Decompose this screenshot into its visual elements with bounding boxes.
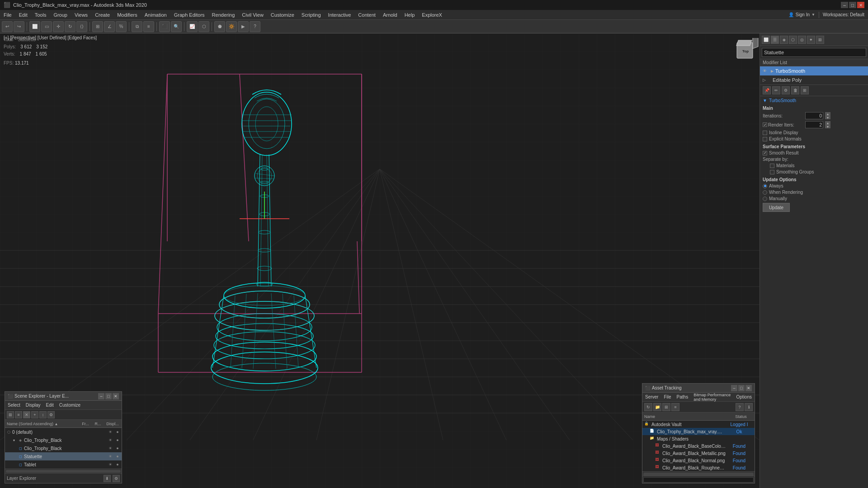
menu-customize[interactable]: Customize xyxy=(267,10,298,19)
title-bar-controls[interactable]: – □ ✕ xyxy=(841,2,864,8)
menu-content[interactable]: Content xyxy=(354,10,379,19)
at-row-basecolor[interactable]: 🖼 Clio_Award_Black_BaseColor.png Found xyxy=(642,442,755,450)
align-button[interactable]: ≡ xyxy=(143,21,154,32)
menu-animation[interactable]: Animation xyxy=(141,10,170,19)
panel-icon-7[interactable]: ⊞ xyxy=(816,36,824,44)
menu-group[interactable]: Group xyxy=(50,10,71,19)
se-row-default[interactable]: ⬡ 0 (default) ☀ ● xyxy=(5,428,122,436)
render-button[interactable]: ▶ xyxy=(238,21,249,32)
menu-modifiers[interactable]: Modifiers xyxy=(113,10,141,19)
panel-icon-1[interactable]: ⬜ xyxy=(762,36,770,44)
menu-scripting[interactable]: Scripting xyxy=(298,10,325,19)
menu-graph-editors[interactable]: Graph Editors xyxy=(170,10,208,19)
render-iters-down[interactable]: ▼ xyxy=(825,125,830,128)
manually-radio[interactable] xyxy=(763,197,767,201)
signin-label[interactable]: Sign In xyxy=(796,12,810,17)
move-button[interactable]: ✛ xyxy=(53,21,64,32)
close-button[interactable]: ✕ xyxy=(857,2,864,8)
material-editor-button[interactable]: ⬟ xyxy=(214,21,225,32)
modifier-editable-poly[interactable]: ▷ Editable Poly xyxy=(760,75,868,84)
isoline-checkbox[interactable] xyxy=(763,131,767,135)
smoothing-groups-checkbox[interactable] xyxy=(770,170,774,174)
se-scrollbar[interactable] xyxy=(5,469,122,473)
help-button[interactable]: ? xyxy=(250,21,260,32)
panel-icon-4[interactable]: ⬡ xyxy=(789,36,797,44)
iterations-down[interactable]: ▼ xyxy=(825,116,830,119)
se-sort-btn[interactable]: ↕ xyxy=(39,411,47,418)
at-row-roughness[interactable]: 🖼 Clio_Award_Black_Roughness.png Found xyxy=(642,464,755,471)
select-region-button[interactable]: ▭ xyxy=(41,21,52,32)
when-rendering-radio[interactable] xyxy=(763,190,767,195)
at-row-normal[interactable]: 🖼 Clio_Award_Black_Normal.png Found xyxy=(642,457,755,464)
se-close-btn[interactable]: ✕ xyxy=(113,393,119,399)
at-menu-bitmap[interactable]: Bitmap Performance and Memory xyxy=(691,392,733,403)
angle-snap-button[interactable]: ∠ xyxy=(104,21,115,32)
se-options-btn[interactable]: ⚙ xyxy=(47,411,55,418)
at-row-maxfile[interactable]: 📄 Clio_Trophy_Black_max_vray.max Ok xyxy=(642,428,755,435)
menu-tools[interactable]: Tools xyxy=(31,10,50,19)
iterations-up[interactable]: ▲ xyxy=(825,112,830,116)
snap-button[interactable]: ⊞ xyxy=(92,21,103,32)
at-maximize-btn[interactable]: □ xyxy=(738,385,745,391)
maximize-button[interactable]: □ xyxy=(849,2,856,8)
smooth-result-checkbox[interactable] xyxy=(763,151,767,155)
explicit-normals-checkbox[interactable] xyxy=(763,137,767,141)
object-name-input[interactable]: Statuette xyxy=(762,48,866,57)
curve-editor-button[interactable]: 📈 xyxy=(187,21,198,32)
panel-icon-2[interactable]: ☰ xyxy=(771,36,779,44)
at-row-vault[interactable]: 🔒 Autodesk Vault Logged I xyxy=(642,421,755,428)
menu-interactive[interactable]: Interactive xyxy=(325,10,355,19)
menu-help[interactable]: Help xyxy=(401,10,419,19)
always-radio[interactable] xyxy=(763,184,767,188)
se-filter-btn[interactable]: ⊞ xyxy=(7,411,14,418)
at-row-maps[interactable]: 📁 Maps / Shaders xyxy=(642,435,755,442)
turbosmooth-collapse-arrow[interactable]: ▼ xyxy=(763,98,767,103)
se-footer-btn1[interactable]: ⬇ xyxy=(104,475,111,482)
at-help-btn[interactable]: ? xyxy=(736,403,744,411)
menu-arnold[interactable]: Arnold xyxy=(379,10,401,19)
menu-create[interactable]: Create xyxy=(91,10,113,19)
panel-icon-6[interactable]: ✦ xyxy=(807,36,815,44)
at-menu-paths[interactable]: Paths xyxy=(674,394,691,400)
se-menu-edit[interactable]: Edit xyxy=(43,402,57,408)
iterations-input[interactable]: 0 xyxy=(805,112,823,119)
scene-explorer-button[interactable]: 🔍 xyxy=(171,21,182,32)
se-row-tablet[interactable]: ◻ Tablet ☀ ● xyxy=(5,460,122,469)
delete-icon[interactable]: 🗑 xyxy=(791,86,799,94)
at-table-btn[interactable]: ⊞ xyxy=(662,403,670,411)
layer-manager-button[interactable]: ⬛ xyxy=(159,21,170,32)
pin-icon[interactable]: 📌 xyxy=(763,86,771,94)
schematic-button[interactable]: ⬡ xyxy=(198,21,209,32)
signin-dropdown[interactable]: ▼ xyxy=(811,13,815,17)
se-collapse-btn[interactable]: ✕ xyxy=(23,411,30,418)
se-row-statuette[interactable]: ◻ Statuette ☀ ● xyxy=(5,452,122,460)
mirror-button[interactable]: ⧉ xyxy=(132,21,142,32)
at-minimize-btn[interactable]: – xyxy=(731,385,737,391)
select-button[interactable]: ⬜ xyxy=(29,21,40,32)
minimize-button[interactable]: – xyxy=(841,2,848,8)
at-row-metallic[interactable]: 🖼 Clio_Award_Black_Metallic.png Found xyxy=(642,450,755,457)
configure-icon[interactable]: ⚙ xyxy=(782,86,790,94)
redo-button[interactable]: ↪ xyxy=(14,21,24,32)
se-menu-display[interactable]: Display xyxy=(23,402,43,408)
render-setup-button[interactable]: 🔆 xyxy=(226,21,237,32)
se-minimize-btn[interactable]: – xyxy=(98,393,104,399)
se-add-btn[interactable]: + xyxy=(31,411,38,418)
percent-snap-button[interactable]: % xyxy=(116,21,127,32)
menu-edit[interactable]: Edit xyxy=(15,10,31,19)
scale-button[interactable]: ⟨⟩ xyxy=(76,21,87,32)
se-row-group[interactable]: ▼ ◈ Clio_Trophy_Black ☀ ● xyxy=(5,436,122,444)
panel-icon-5[interactable]: ◎ xyxy=(798,36,806,44)
at-folder-btn[interactable]: 📁 xyxy=(653,403,661,411)
menu-file[interactable]: File xyxy=(0,10,15,19)
render-iters-input[interactable]: 2 xyxy=(805,121,823,128)
at-list-btn[interactable]: ≡ xyxy=(671,403,679,411)
at-menu-server[interactable]: Server xyxy=(642,394,661,400)
menu-civil-view[interactable]: Civil View xyxy=(238,10,267,19)
at-scrollbar[interactable] xyxy=(642,471,755,476)
update-button[interactable]: Update xyxy=(763,203,790,212)
render-iters-checkbox[interactable] xyxy=(763,122,767,127)
modifier-turbosmooth[interactable]: 👁 ▶ TurboSmooth xyxy=(760,66,868,75)
at-menu-file[interactable]: File xyxy=(661,394,674,400)
panel-icon-3[interactable]: ◈ xyxy=(780,36,788,44)
